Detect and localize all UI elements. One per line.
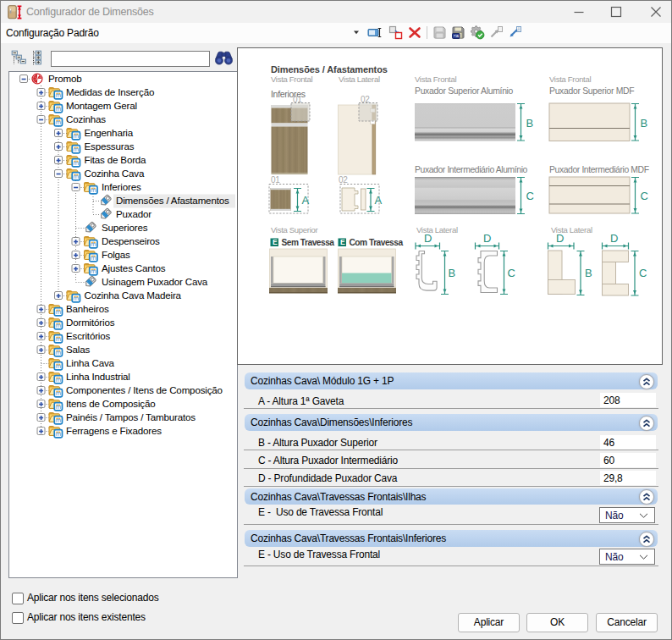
- svg-text:01: 01: [293, 95, 302, 104]
- svg-text:Montagem Geral: Montagem Geral: [66, 100, 137, 111]
- svg-text:Puxador Intermediário MDF: Puxador Intermediário MDF: [549, 165, 649, 174]
- svg-text:B: B: [641, 117, 647, 130]
- svg-text:Dimensões / Afastamentos: Dimensões / Afastamentos: [271, 64, 388, 74]
- svg-text:Fitas de Borda: Fitas de Borda: [85, 154, 147, 165]
- svg-text:Puxador Intermediário Alumínio: Puxador Intermediário Alumínio: [415, 165, 528, 174]
- svg-text:Vista Frontal: Vista Frontal: [549, 74, 591, 84]
- svg-text:Inferiores: Inferiores: [102, 181, 141, 192]
- svg-text:B: B: [585, 267, 592, 279]
- svg-text:Promob: Promob: [48, 73, 82, 84]
- svg-text:Despenseiros: Despenseiros: [102, 235, 160, 246]
- svg-text:02: 02: [361, 95, 370, 104]
- svg-text:Superiores: Superiores: [102, 222, 148, 233]
- svg-text:Ajustes Cantos: Ajustes Cantos: [102, 262, 166, 273]
- svg-text:Banheiros: Banheiros: [66, 303, 109, 314]
- svg-text:A: A: [302, 194, 310, 207]
- svg-text:D: D: [610, 232, 618, 245]
- svg-text:Puxador Superior Alumínio: Puxador Superior Alumínio: [415, 86, 514, 96]
- svg-text:Dormitórios: Dormitórios: [66, 317, 115, 328]
- svg-text:D: D: [483, 232, 491, 245]
- svg-text:C: C: [508, 267, 515, 279]
- svg-text:Puxador: Puxador: [116, 208, 151, 219]
- svg-text:C: C: [641, 190, 648, 202]
- svg-text:A: A: [375, 194, 383, 207]
- svg-text:Ferragens e Fixadores: Ferragens e Fixadores: [66, 425, 162, 436]
- svg-text:C: C: [526, 190, 534, 202]
- svg-text:Linha Industrial: Linha Industrial: [66, 371, 130, 382]
- svg-text:Vista Superior: Vista Superior: [271, 225, 317, 234]
- svg-text:Folgas: Folgas: [102, 249, 130, 260]
- svg-text:Linha Cava: Linha Cava: [66, 357, 115, 368]
- svg-text:B: B: [449, 267, 455, 279]
- svg-text:Vista Frontal: Vista Frontal: [415, 74, 456, 84]
- svg-text:02: 02: [339, 175, 348, 185]
- svg-text:Escritórios: Escritórios: [66, 330, 111, 341]
- svg-text:Cozinha Cava: Cozinha Cava: [85, 168, 145, 179]
- svg-text:E: E: [340, 238, 345, 246]
- svg-text:Dimensões / Afastamentos: Dimensões / Afastamentos: [116, 195, 229, 206]
- svg-text:Puxador Superior MDF: Puxador Superior MDF: [549, 86, 634, 96]
- svg-text:01: 01: [271, 175, 280, 185]
- svg-text:Itens de Composição: Itens de Composição: [66, 398, 156, 409]
- svg-text:Medidas de Inserção: Medidas de Inserção: [66, 86, 154, 97]
- svg-text:E: E: [273, 238, 278, 246]
- svg-text:Painéis / Tampos / Tamburatos: Painéis / Tampos / Tamburatos: [66, 411, 196, 422]
- svg-text:Com Travessa: Com Travessa: [350, 238, 404, 247]
- svg-text:D: D: [556, 232, 564, 245]
- svg-text:B: B: [526, 117, 533, 130]
- svg-text:Cozinha Cava Madeira: Cozinha Cava Madeira: [85, 290, 182, 301]
- svg-text:C: C: [639, 267, 647, 279]
- svg-text:Vista Frontal: Vista Frontal: [271, 74, 312, 84]
- svg-text:Espessuras: Espessuras: [85, 141, 135, 152]
- svg-text:Sem Travessa: Sem Travessa: [282, 238, 335, 247]
- svg-text:Salas: Salas: [66, 344, 90, 355]
- svg-text:Vista Lateral: Vista Lateral: [339, 74, 380, 84]
- svg-text:Componentes / Itens de Composi: Componentes / Itens de Composição: [66, 384, 223, 395]
- svg-text:D: D: [424, 232, 432, 245]
- svg-text:Vista Lateral: Vista Lateral: [416, 225, 458, 234]
- svg-text:Usinagem Puxador Cava: Usinagem Puxador Cava: [102, 276, 208, 287]
- svg-text:Cozinhas: Cozinhas: [66, 113, 106, 124]
- svg-text:Engenharia: Engenharia: [85, 127, 134, 138]
